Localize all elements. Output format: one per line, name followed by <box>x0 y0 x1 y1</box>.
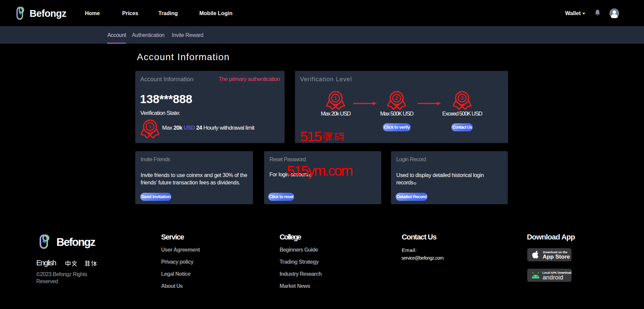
svg-text:3: 3 <box>461 95 463 101</box>
svg-text:1: 1 <box>149 124 151 129</box>
svg-text:1: 1 <box>334 95 337 101</box>
svg-text:2: 2 <box>395 95 398 101</box>
